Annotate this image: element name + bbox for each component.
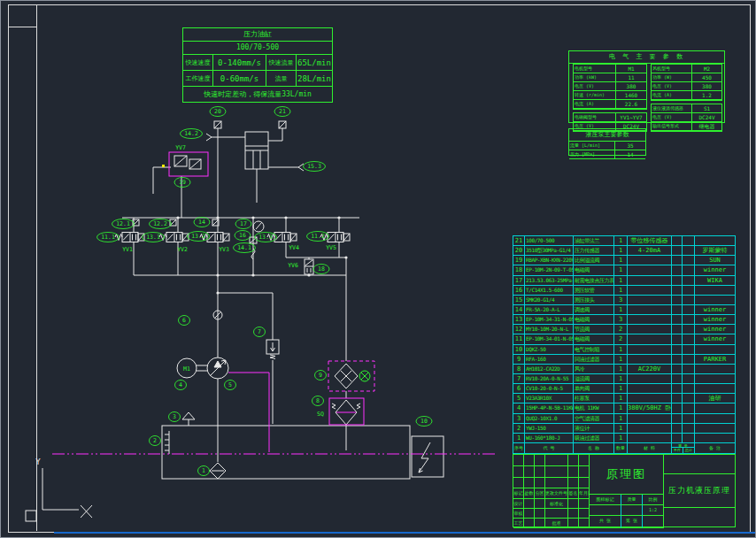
parts-cell: 1 (614, 256, 628, 265)
svg-text:10: 10 (420, 418, 428, 425)
parts-cell: DQKZ-50 (525, 345, 574, 355)
parts-cell: 1 (614, 345, 628, 355)
parts-cell: 柱塞泵 (574, 394, 614, 404)
parts-cell: 1 (614, 236, 628, 246)
revision-cell (579, 519, 589, 528)
revision-cell (524, 499, 535, 509)
param-row: 电流 (A)1.2 (652, 91, 721, 100)
component-balloon: 16 (235, 231, 251, 241)
col-header: 备 注 (695, 443, 735, 453)
component-label: YV7 (175, 144, 186, 151)
svg-text:14.1: 14.1 (237, 244, 251, 251)
project-name: 压力机液压原理 (664, 474, 735, 508)
parts-cell (695, 286, 736, 296)
revision-cell: 审核 (513, 509, 524, 519)
parts-cell: 17 (513, 276, 525, 286)
svg-text:12.1: 12.1 (116, 220, 130, 227)
parts-cell (683, 265, 695, 275)
parts-cell (683, 315, 695, 325)
parts-cell: 14 (513, 305, 525, 315)
revision-cell (568, 499, 579, 509)
parts-cell: 1 (614, 414, 628, 424)
parts-cell: 15HP-4P-N-5B-11KW (525, 404, 574, 413)
parts-cell: MY10-10M-20-N-L (525, 325, 574, 334)
parts-cell: WU-160*180-J (525, 434, 574, 443)
parts-cell (695, 236, 736, 246)
param-row: 功率 (kW)11 (574, 73, 646, 82)
component-label: YV3 (219, 246, 229, 253)
svg-text:20: 20 (214, 108, 221, 115)
parts-cell (683, 325, 695, 334)
revision-cell (579, 466, 589, 478)
component-label: YV4 (289, 244, 299, 251)
parts-cell: 12 (513, 325, 525, 334)
parts-cell: winner (695, 325, 736, 334)
component-balloon: 14.1 (234, 243, 256, 253)
parts-cell: 风冷 (574, 365, 614, 374)
parts-cell (683, 414, 695, 424)
component-balloon: 5 (225, 380, 236, 390)
revision-cell: 设计 (513, 499, 524, 509)
component-balloon: 13.3 (255, 233, 277, 242)
component-balloon: 4 (175, 380, 187, 390)
parts-cell: 6 (513, 384, 525, 394)
svg-text:2: 2 (153, 437, 157, 444)
revision-cell (568, 519, 579, 528)
param-row: 液位液温传感器S1 (652, 104, 721, 113)
scale-grid: 图样标记 质量 比例 1:2 共 张 第 张 (590, 495, 663, 528)
parts-cell: 吸油过滤器 (574, 434, 614, 443)
spec-label: 流量 (266, 71, 297, 87)
parts-cell (683, 355, 695, 365)
revision-cell: 更改文件号 (545, 488, 568, 499)
parts-cell (683, 246, 695, 256)
svg-text:14.2: 14.2 (184, 130, 198, 137)
parts-cell: 4 (513, 404, 525, 413)
parts-cell (628, 424, 672, 434)
revision-cell: 签名 (568, 488, 579, 499)
parts-cell: winner (695, 334, 736, 344)
electrical-title: 电 气 主 要 参 数 (569, 51, 724, 64)
revision-cell (579, 509, 589, 519)
parts-cell: SMK20-G1/4 (525, 296, 574, 305)
parts-cell (683, 276, 695, 286)
component-label: YV2 (177, 246, 188, 253)
parts-cell (672, 256, 683, 265)
svg-text:18: 18 (318, 265, 325, 273)
pump-title: 液压泵主要参数 (569, 129, 645, 142)
revision-cell (535, 455, 545, 466)
parts-cell (672, 236, 683, 246)
parts-cell (683, 365, 695, 374)
parts-cell (683, 334, 695, 344)
parts-cell: 3 (614, 315, 628, 325)
parts-cell: 压力传感器 (574, 246, 614, 256)
parts-cell: winner (695, 305, 736, 315)
parts-cell: 1 (614, 365, 628, 374)
weight-header: 重 量 单件 总计 (672, 443, 695, 453)
cad-drawing-viewport[interactable]: 202114.215.31912.111.112.213.11413.21716… (0, 0, 756, 538)
revision-cell (535, 478, 545, 488)
parts-cell: T/C14X1.5-600 (525, 286, 574, 296)
svg-text:13.3: 13.3 (258, 234, 273, 241)
parts-cell: 1 (614, 424, 628, 434)
component-balloon: 9 (315, 371, 327, 380)
parts-cell: 1 (614, 276, 628, 286)
spec-label: 工作速度 (183, 71, 213, 87)
component-balloon: 12.2 (150, 219, 172, 229)
parts-cell (672, 414, 683, 424)
parts-cell: 3 (513, 414, 525, 424)
component-balloon: 20 (210, 107, 226, 117)
parts-cell (672, 265, 683, 275)
revision-cell (524, 509, 535, 519)
svg-text:13.1: 13.1 (146, 234, 160, 241)
revision-cell (524, 455, 535, 466)
parts-cell: 8 (513, 365, 525, 374)
parts-cell: 1 (614, 305, 628, 315)
parts-cell: 7 (513, 374, 525, 384)
parts-cell: 电机 11KW (574, 404, 614, 413)
parts-cell (683, 424, 695, 434)
mark-label: 图样标记 (590, 495, 621, 505)
parts-cell (672, 384, 683, 394)
parts-cell (628, 374, 672, 384)
revision-cell: 标准化 (545, 499, 568, 509)
component-balloon: 13.1 (143, 233, 165, 242)
